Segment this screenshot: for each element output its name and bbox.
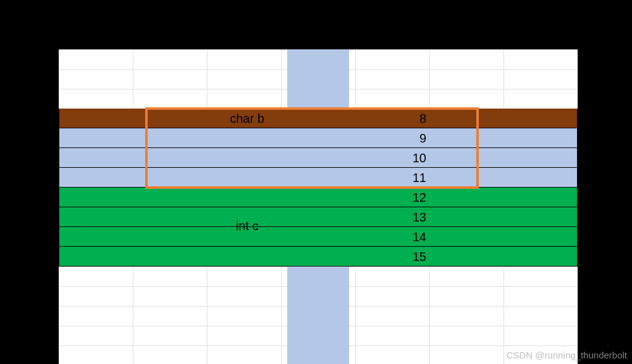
offset-11: 11 [352, 168, 432, 188]
offset-10: 10 [352, 148, 432, 168]
mem-cell-15-int-c [59, 247, 578, 267]
watermark: CSDN @running_thunderbolt [507, 350, 627, 360]
mem-cell-13-int-c [59, 207, 578, 227]
label-char-b: char b [213, 109, 281, 128]
mem-cell-14-int-c [59, 227, 578, 247]
offset-9: 9 [352, 128, 432, 148]
label-int-c: int c [213, 216, 281, 236]
mem-cell-12-int-c [59, 188, 578, 207]
mem-cell-8-char-b [59, 109, 578, 128]
mem-cell-9-padding [59, 128, 578, 148]
offset-14: 14 [352, 227, 432, 247]
offset-13: 13 [352, 207, 432, 227]
offset-12: 12 [352, 188, 432, 207]
mem-cell-10-padding [59, 148, 578, 168]
offset-8: 8 [352, 109, 432, 128]
spreadsheet-grid: char b int c 8 9 10 11 12 13 14 15 [59, 49, 578, 364]
mem-cell-11-padding [59, 168, 578, 188]
offset-15: 15 [352, 247, 432, 267]
